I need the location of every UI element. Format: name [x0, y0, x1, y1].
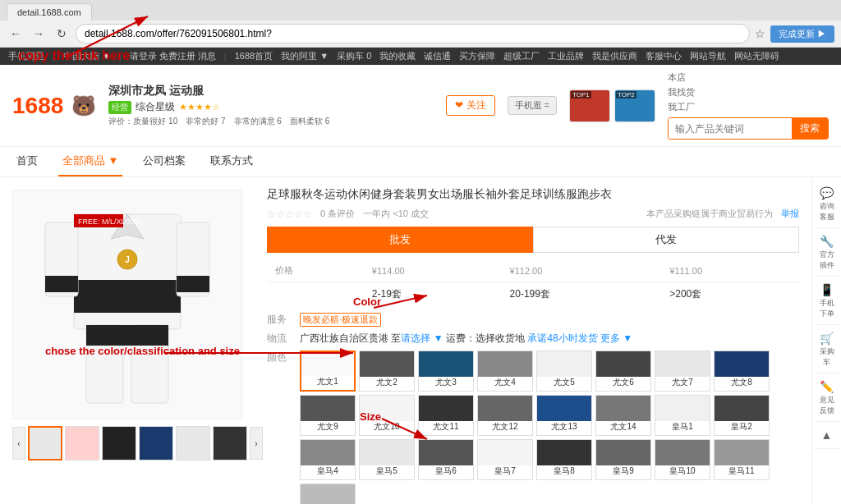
browser-tab[interactable]: detail.1688.com [7, 3, 92, 21]
service-tag-1: 晚发必赔·极速退款 [300, 313, 381, 327]
color-row: 颜色 尤文1 尤文2 尤文3 [267, 351, 799, 504]
top-icon: ▲ [816, 428, 838, 442]
thumb-2[interactable] [65, 426, 99, 460]
color-youwen2[interactable]: 尤文2 [359, 351, 415, 392]
header-link-store[interactable]: 本店 [668, 71, 829, 84]
color-huangma5[interactable]: 皇马5 [359, 439, 415, 480]
follow-button[interactable]: ❤ 关注 [446, 95, 494, 116]
color-youwen9[interactable]: 尤文9 [300, 395, 356, 436]
price-range-label [267, 282, 364, 307]
complete-button[interactable]: 完成更新 ▶ [770, 25, 834, 43]
top-nav-region[interactable]: 中国大陆 ▼ [63, 50, 111, 62]
top-nav-access[interactable]: 网站无障碍 [734, 50, 779, 62]
color-youwen8[interactable]: 尤文8 [714, 351, 770, 392]
price-tabs: 批发 代发 [267, 227, 799, 253]
sidebar-tool-mobile[interactable]: 📱 手机下单 [814, 278, 840, 325]
address-bar[interactable] [76, 24, 750, 44]
feedback-label: 意见反馈 [816, 395, 838, 416]
color-youwen14[interactable]: 尤文14 [595, 395, 651, 436]
sidebar-tool-top[interactable]: ▲ [814, 424, 840, 449]
color-youwen5[interactable]: 尤文5 [536, 351, 592, 392]
logistics-select[interactable]: 请选择 ▼ [401, 332, 443, 346]
sub-nav-profile[interactable]: 公司档案 [139, 147, 190, 176]
feedback-icon: ✏️ [816, 380, 838, 393]
svg-rect-9 [86, 325, 168, 346]
top-nav-buyer[interactable]: 买方保障 [459, 50, 495, 62]
color-huangma6[interactable]: 皇马6 [418, 439, 474, 480]
color-label-huangma2: 皇马2 [731, 421, 752, 433]
color-huangma1[interactable]: 皇马1 [655, 395, 710, 436]
top-nav-trust[interactable]: 诚信通 [424, 50, 451, 62]
header-link-factory[interactable]: 我工厂 [668, 101, 829, 113]
top-nav-login[interactable]: 请登录 免费注册 消息 [130, 50, 216, 62]
top-nav-sitemap[interactable]: 网站导航 [690, 50, 726, 62]
report-link[interactable]: 举报 [781, 208, 799, 220]
thumb-4[interactable] [139, 426, 173, 460]
top-nav-supplier[interactable]: 我是供应商 [592, 50, 637, 62]
bookmark-icon[interactable]: ☆ [755, 27, 765, 40]
color-youwen3[interactable]: 尤文3 [418, 351, 474, 392]
sidebar-tool-chat[interactable]: 💬 咨询客服 [814, 181, 840, 228]
delivery-label[interactable]: 承诺48小时发货 更多 ▼ [527, 332, 632, 346]
top-nav-industry[interactable]: 工业品牌 [548, 50, 584, 62]
thumb-6[interactable] [213, 426, 247, 460]
price-range-3: >200套 [661, 282, 799, 307]
color-label-youwen11: 尤文11 [433, 421, 458, 433]
plugin-label: 官方插件 [816, 250, 838, 271]
cart-label: 采购车 [816, 346, 838, 368]
thumb-prev[interactable]: ‹ [12, 427, 25, 460]
color-huangma7[interactable]: 皇马7 [477, 439, 533, 480]
phone-button[interactable]: 手机逛 = [508, 96, 557, 115]
top-product-2[interactable]: TOP2 [614, 89, 655, 122]
color-youwen4[interactable]: 尤文4 [477, 351, 533, 392]
product-details: 足球服秋冬运动休闲健身套装男女出场服长袖外套足球训练服跑步衣 ☆☆☆☆☆ 0 条… [255, 177, 811, 504]
top-nav-mobile[interactable]: 手机阿里 [8, 50, 44, 62]
thumb-1[interactable] [28, 426, 62, 460]
color-huangma9[interactable]: 皇马9 [595, 439, 651, 480]
sidebar-tool-cart[interactable]: 🛒 采购车 [814, 327, 840, 373]
sub-nav-home[interactable]: 首页 [12, 147, 42, 176]
color-huangma11[interactable]: 皇马11 [714, 439, 770, 480]
price-range-row: 2-19套 20-199套 >200套 [267, 282, 799, 307]
color-huangma10[interactable]: 皇马10 [655, 439, 710, 480]
header-link-find[interactable]: 我找货 [668, 86, 829, 99]
main-product-image: J FREE: M/L/XL/XXL [12, 190, 242, 419]
color-label-youwen8: 尤文8 [731, 377, 752, 388]
thumb-3[interactable] [102, 426, 136, 460]
top-nav-myali[interactable]: 我的阿里 ▼ [281, 50, 329, 62]
top-nav-cart[interactable]: 采购车 0 [337, 50, 371, 62]
top-nav-factory[interactable]: 超级工厂 [503, 50, 540, 62]
color-youwen12[interactable]: 尤文12 [477, 395, 533, 436]
top-product-1[interactable]: TOP1 [569, 89, 610, 122]
product-title: 足球服秋冬运动休闲健身套装男女出场服长袖外套足球训练服跑步衣 [267, 186, 799, 203]
tab-agency[interactable]: 代发 [533, 227, 799, 253]
color-huangma12[interactable]: 皇马12 [300, 483, 356, 504]
service-row: 服务 晚发必赔·极速退款 [267, 313, 799, 327]
header-links: 本店 我找货 我工厂 [668, 71, 829, 113]
color-huangma4[interactable]: 皇马4 [300, 439, 356, 480]
color-youwen11[interactable]: 尤文11 [418, 395, 474, 436]
search-button[interactable]: 搜索 [792, 118, 828, 139]
sidebar-tool-plugin[interactable]: 🔧 官方插件 [814, 230, 840, 277]
color-huangma2[interactable]: 皇马2 [714, 395, 770, 436]
color-label-youwen14: 尤文14 [610, 421, 636, 433]
shop-name: 深圳市龙凤 运动服 [108, 84, 434, 99]
tab-wholesale[interactable]: 批发 [267, 227, 533, 253]
top-nav-collect[interactable]: 我的收藏 [379, 50, 416, 62]
sidebar-tool-feedback[interactable]: ✏️ 意见反馈 [814, 375, 840, 422]
color-youwen13[interactable]: 尤文13 [536, 395, 592, 436]
refresh-button[interactable]: ↻ [53, 25, 71, 43]
color-youwen10[interactable]: 尤文10 [359, 395, 415, 436]
top-nav-home[interactable]: 1688首页 [235, 50, 273, 62]
color-youwen6[interactable]: 尤文6 [595, 351, 651, 392]
back-button[interactable]: ← [7, 25, 25, 43]
thumb-5[interactable] [176, 426, 210, 460]
search-input[interactable] [669, 118, 792, 139]
sub-nav-contact[interactable]: 联系方式 [206, 147, 257, 176]
top-nav-service[interactable]: 客服中心 [646, 50, 682, 62]
color-youwen1[interactable]: 尤文1 [300, 351, 356, 392]
forward-button[interactable]: → [30, 25, 48, 43]
sub-nav-products[interactable]: 全部商品 ▼ [58, 147, 122, 176]
color-huangma8[interactable]: 皇马8 [536, 439, 592, 480]
color-youwen7[interactable]: 尤文7 [655, 351, 710, 392]
